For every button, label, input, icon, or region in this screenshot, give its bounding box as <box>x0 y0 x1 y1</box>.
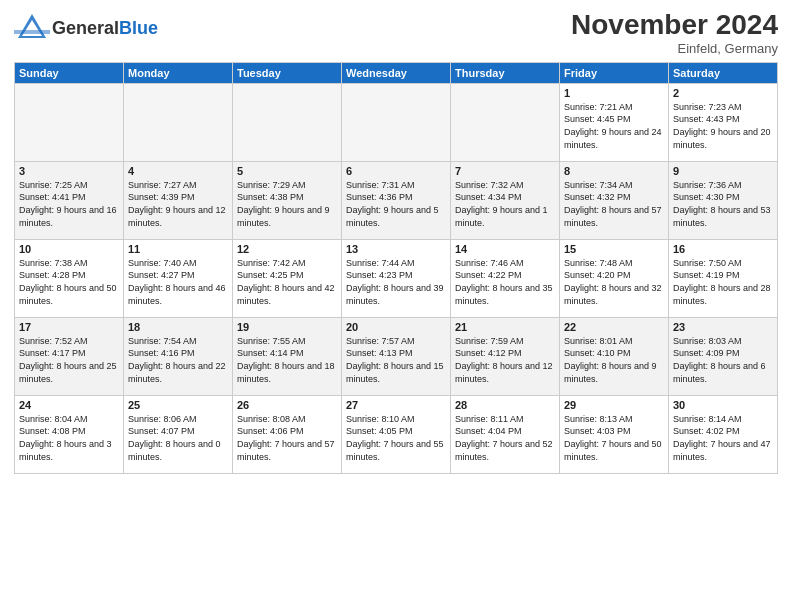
day-number: 27 <box>346 399 446 411</box>
day-info: Sunrise: 7:34 AM Sunset: 4:32 PM Dayligh… <box>564 179 664 229</box>
calendar-cell: 13Sunrise: 7:44 AM Sunset: 4:23 PM Dayli… <box>342 239 451 317</box>
calendar-cell: 11Sunrise: 7:40 AM Sunset: 4:27 PM Dayli… <box>124 239 233 317</box>
day-info: Sunrise: 7:57 AM Sunset: 4:13 PM Dayligh… <box>346 335 446 385</box>
day-info: Sunrise: 8:13 AM Sunset: 4:03 PM Dayligh… <box>564 413 664 463</box>
calendar-cell: 15Sunrise: 7:48 AM Sunset: 4:20 PM Dayli… <box>560 239 669 317</box>
calendar-cell: 26Sunrise: 8:08 AM Sunset: 4:06 PM Dayli… <box>233 395 342 473</box>
month-title: November 2024 <box>571 10 778 41</box>
day-info: Sunrise: 8:11 AM Sunset: 4:04 PM Dayligh… <box>455 413 555 463</box>
logo: GeneralBlue <box>14 10 158 46</box>
day-info: Sunrise: 8:04 AM Sunset: 4:08 PM Dayligh… <box>19 413 119 463</box>
calendar-cell: 1Sunrise: 7:21 AM Sunset: 4:45 PM Daylig… <box>560 83 669 161</box>
day-number: 21 <box>455 321 555 333</box>
day-info: Sunrise: 7:29 AM Sunset: 4:38 PM Dayligh… <box>237 179 337 229</box>
day-number: 4 <box>128 165 228 177</box>
calendar-cell <box>233 83 342 161</box>
day-number: 13 <box>346 243 446 255</box>
calendar-cell: 9Sunrise: 7:36 AM Sunset: 4:30 PM Daylig… <box>669 161 778 239</box>
day-info: Sunrise: 7:40 AM Sunset: 4:27 PM Dayligh… <box>128 257 228 307</box>
day-number: 19 <box>237 321 337 333</box>
day-number: 18 <box>128 321 228 333</box>
day-number: 7 <box>455 165 555 177</box>
calendar-cell: 29Sunrise: 8:13 AM Sunset: 4:03 PM Dayli… <box>560 395 669 473</box>
day-info: Sunrise: 8:03 AM Sunset: 4:09 PM Dayligh… <box>673 335 773 385</box>
day-info: Sunrise: 7:54 AM Sunset: 4:16 PM Dayligh… <box>128 335 228 385</box>
day-info: Sunrise: 8:06 AM Sunset: 4:07 PM Dayligh… <box>128 413 228 463</box>
day-number: 9 <box>673 165 773 177</box>
day-number: 1 <box>564 87 664 99</box>
weekday-header-wednesday: Wednesday <box>342 62 451 83</box>
day-number: 2 <box>673 87 773 99</box>
calendar-cell: 7Sunrise: 7:32 AM Sunset: 4:34 PM Daylig… <box>451 161 560 239</box>
day-number: 8 <box>564 165 664 177</box>
day-number: 11 <box>128 243 228 255</box>
calendar-cell: 6Sunrise: 7:31 AM Sunset: 4:36 PM Daylig… <box>342 161 451 239</box>
calendar-cell: 14Sunrise: 7:46 AM Sunset: 4:22 PM Dayli… <box>451 239 560 317</box>
calendar-cell: 8Sunrise: 7:34 AM Sunset: 4:32 PM Daylig… <box>560 161 669 239</box>
weekday-header-sunday: Sunday <box>15 62 124 83</box>
day-number: 25 <box>128 399 228 411</box>
logo-text: GeneralBlue <box>52 19 158 37</box>
calendar-cell: 12Sunrise: 7:42 AM Sunset: 4:25 PM Dayli… <box>233 239 342 317</box>
day-number: 10 <box>19 243 119 255</box>
day-info: Sunrise: 7:36 AM Sunset: 4:30 PM Dayligh… <box>673 179 773 229</box>
day-number: 26 <box>237 399 337 411</box>
week-row-5: 24Sunrise: 8:04 AM Sunset: 4:08 PM Dayli… <box>15 395 778 473</box>
day-number: 28 <box>455 399 555 411</box>
day-info: Sunrise: 7:46 AM Sunset: 4:22 PM Dayligh… <box>455 257 555 307</box>
calendar-cell <box>451 83 560 161</box>
day-info: Sunrise: 7:32 AM Sunset: 4:34 PM Dayligh… <box>455 179 555 229</box>
week-row-2: 3Sunrise: 7:25 AM Sunset: 4:41 PM Daylig… <box>15 161 778 239</box>
calendar-cell: 5Sunrise: 7:29 AM Sunset: 4:38 PM Daylig… <box>233 161 342 239</box>
day-number: 23 <box>673 321 773 333</box>
weekday-header-row: SundayMondayTuesdayWednesdayThursdayFrid… <box>15 62 778 83</box>
calendar-cell: 30Sunrise: 8:14 AM Sunset: 4:02 PM Dayli… <box>669 395 778 473</box>
calendar-cell: 18Sunrise: 7:54 AM Sunset: 4:16 PM Dayli… <box>124 317 233 395</box>
page-container: GeneralBlue November 2024 Einfeld, Germa… <box>0 0 792 612</box>
day-number: 15 <box>564 243 664 255</box>
day-number: 14 <box>455 243 555 255</box>
day-info: Sunrise: 8:10 AM Sunset: 4:05 PM Dayligh… <box>346 413 446 463</box>
svg-rect-3 <box>14 30 50 34</box>
day-info: Sunrise: 7:25 AM Sunset: 4:41 PM Dayligh… <box>19 179 119 229</box>
week-row-1: 1Sunrise: 7:21 AM Sunset: 4:45 PM Daylig… <box>15 83 778 161</box>
weekday-header-friday: Friday <box>560 62 669 83</box>
calendar-cell <box>342 83 451 161</box>
week-row-4: 17Sunrise: 7:52 AM Sunset: 4:17 PM Dayli… <box>15 317 778 395</box>
day-number: 16 <box>673 243 773 255</box>
weekday-header-saturday: Saturday <box>669 62 778 83</box>
day-info: Sunrise: 7:21 AM Sunset: 4:45 PM Dayligh… <box>564 101 664 151</box>
calendar-cell: 16Sunrise: 7:50 AM Sunset: 4:19 PM Dayli… <box>669 239 778 317</box>
calendar-cell: 4Sunrise: 7:27 AM Sunset: 4:39 PM Daylig… <box>124 161 233 239</box>
logo-icon <box>14 10 50 46</box>
calendar-cell: 21Sunrise: 7:59 AM Sunset: 4:12 PM Dayli… <box>451 317 560 395</box>
weekday-header-monday: Monday <box>124 62 233 83</box>
day-info: Sunrise: 7:31 AM Sunset: 4:36 PM Dayligh… <box>346 179 446 229</box>
calendar-table: SundayMondayTuesdayWednesdayThursdayFrid… <box>14 62 778 474</box>
day-number: 5 <box>237 165 337 177</box>
day-info: Sunrise: 7:38 AM Sunset: 4:28 PM Dayligh… <box>19 257 119 307</box>
title-block: November 2024 Einfeld, Germany <box>571 10 778 56</box>
page-header: GeneralBlue November 2024 Einfeld, Germa… <box>14 10 778 56</box>
calendar-cell <box>124 83 233 161</box>
calendar-cell: 27Sunrise: 8:10 AM Sunset: 4:05 PM Dayli… <box>342 395 451 473</box>
day-info: Sunrise: 7:27 AM Sunset: 4:39 PM Dayligh… <box>128 179 228 229</box>
day-info: Sunrise: 7:23 AM Sunset: 4:43 PM Dayligh… <box>673 101 773 151</box>
calendar-cell: 3Sunrise: 7:25 AM Sunset: 4:41 PM Daylig… <box>15 161 124 239</box>
day-number: 22 <box>564 321 664 333</box>
calendar-cell: 17Sunrise: 7:52 AM Sunset: 4:17 PM Dayli… <box>15 317 124 395</box>
day-info: Sunrise: 8:14 AM Sunset: 4:02 PM Dayligh… <box>673 413 773 463</box>
day-info: Sunrise: 7:50 AM Sunset: 4:19 PM Dayligh… <box>673 257 773 307</box>
calendar-cell: 23Sunrise: 8:03 AM Sunset: 4:09 PM Dayli… <box>669 317 778 395</box>
day-number: 24 <box>19 399 119 411</box>
calendar-cell: 24Sunrise: 8:04 AM Sunset: 4:08 PM Dayli… <box>15 395 124 473</box>
day-number: 12 <box>237 243 337 255</box>
day-info: Sunrise: 8:01 AM Sunset: 4:10 PM Dayligh… <box>564 335 664 385</box>
day-info: Sunrise: 7:55 AM Sunset: 4:14 PM Dayligh… <box>237 335 337 385</box>
day-number: 20 <box>346 321 446 333</box>
day-number: 3 <box>19 165 119 177</box>
day-number: 30 <box>673 399 773 411</box>
calendar-cell: 20Sunrise: 7:57 AM Sunset: 4:13 PM Dayli… <box>342 317 451 395</box>
calendar-cell: 19Sunrise: 7:55 AM Sunset: 4:14 PM Dayli… <box>233 317 342 395</box>
weekday-header-tuesday: Tuesday <box>233 62 342 83</box>
